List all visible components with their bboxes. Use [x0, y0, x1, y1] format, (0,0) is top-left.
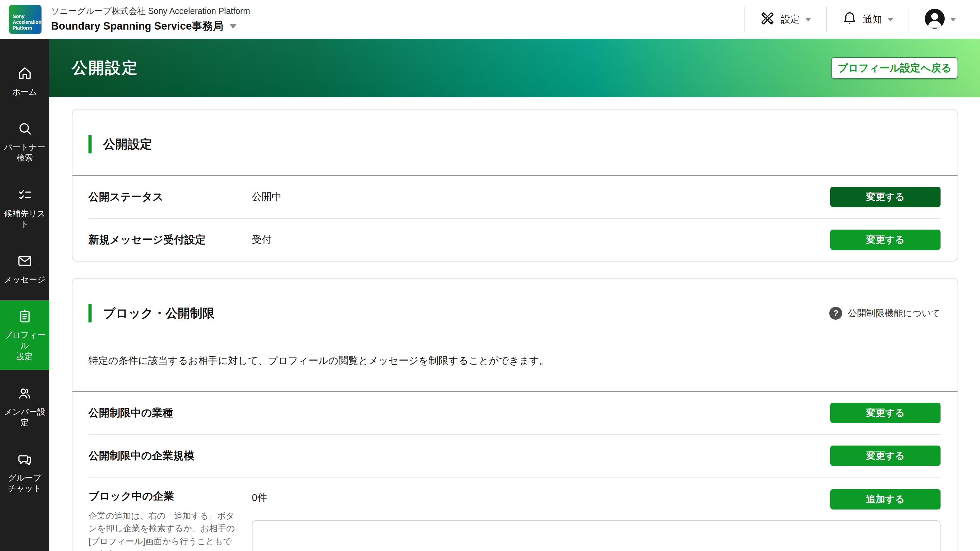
- blocked-companies-row: ブロック中の企業 企業の追加は、右の「追加する」ボタンを押し企業を検索するか、お…: [89, 477, 940, 551]
- sidebar-item-label: プロフィール 設定: [1, 330, 49, 362]
- chevron-down-icon: [950, 18, 956, 21]
- change-restricted-industries-button[interactable]: 変更する: [830, 403, 940, 423]
- account-menu[interactable]: [909, 8, 956, 31]
- sidebar-item-messages[interactable]: メッセージ: [0, 245, 49, 293]
- sidebar-item-member-settings[interactable]: メンバー設定: [0, 377, 49, 436]
- page-header: 公開設定 プロフィール設定へ戻る: [49, 39, 980, 97]
- top-bar: Sony Acceleration Platform ソニーグループ株式会社 S…: [0, 0, 980, 39]
- logo-text: Sony Acceleration Platform: [13, 14, 40, 31]
- sidebar-item-home[interactable]: ホーム: [0, 57, 49, 105]
- sidebar-item-label: メンバー設定: [1, 407, 49, 427]
- publication-status-row: 公開ステータス 公開中 変更する: [89, 176, 940, 218]
- question-icon: ?: [829, 307, 842, 320]
- sony-acceleration-platform-logo[interactable]: Sony Acceleration Platform: [9, 5, 41, 34]
- block-restriction-card: ブロック・公開制限 ? 公開制限機能について 特定の条件に該当するお相手に対して…: [72, 278, 958, 551]
- row-label: 新規メッセージ受付設定: [89, 233, 252, 247]
- sidebar-item-label: パートナー 検索: [4, 142, 46, 163]
- tools-icon: [759, 11, 775, 29]
- organization-name: ソニーグループ株式会社 Sony Acceleration Platform: [51, 5, 250, 17]
- card-description: 特定の条件に該当するお相手に対して、プロフィールの閲覧とメッセージを制限すること…: [73, 354, 958, 381]
- blocked-companies-count: 0件: [252, 489, 830, 505]
- notifications-menu[interactable]: 通知: [827, 11, 908, 29]
- chevron-down-icon: [229, 24, 237, 29]
- blocked-companies-empty-state: [252, 520, 940, 551]
- blocked-companies-summary: 0件 追加する: [252, 489, 940, 510]
- change-publication-status-button[interactable]: 変更する: [830, 187, 940, 207]
- settings-label: 設定: [781, 13, 800, 26]
- message-acceptance-row: 新規メッセージ受付設定 受付 変更する: [89, 218, 940, 261]
- notifications-label: 通知: [863, 13, 882, 26]
- chevron-down-icon: [888, 18, 894, 21]
- settings-menu[interactable]: 設定: [745, 11, 826, 29]
- chevron-down-icon: [805, 18, 811, 21]
- clipboard-icon: [17, 308, 33, 326]
- row-label: 公開ステータス: [89, 190, 252, 204]
- members-icon: [17, 385, 33, 402]
- card-header: ブロック・公開制限 ? 公開制限機能について: [73, 279, 958, 344]
- row-label: 公開制限中の企業規模: [89, 449, 252, 463]
- sidebar-item-profile-settings[interactable]: プロフィール 設定: [0, 300, 49, 370]
- organization-block: ソニーグループ株式会社 Sony Acceleration Platform B…: [51, 5, 250, 33]
- organization-unit-dropdown[interactable]: Boundary Spanning Service事務局: [51, 19, 250, 33]
- blocked-companies-note: 企業の追加は、右の「追加する」ボタンを押し企業を検索するか、お相手の[プロフィー…: [89, 510, 236, 551]
- avatar: [924, 8, 946, 31]
- help-link-label: 公開制限機能について: [848, 307, 940, 319]
- blocked-companies-left: ブロック中の企業 企業の追加は、右の「追加する」ボタンを押し企業を検索するか、お…: [89, 489, 252, 551]
- page-title: 公開設定: [72, 57, 138, 79]
- publication-settings-card: 公開設定 公開ステータス 公開中 変更する 新規メッセージ受付設定 受付 変更す…: [72, 109, 958, 262]
- change-message-acceptance-button[interactable]: 変更する: [830, 230, 940, 250]
- blocked-companies-right: 0件 追加する: [252, 489, 940, 551]
- sidebar-item-label: メッセージ: [4, 274, 45, 285]
- search-icon: [17, 121, 33, 138]
- sidebar-item-partner-search[interactable]: パートナー 検索: [0, 113, 49, 171]
- checklist-icon: [17, 187, 33, 204]
- sidebar-item-label: グループ チャット: [8, 472, 41, 494]
- top-bar-actions: 設定 通知: [744, 0, 956, 39]
- main-area: 公開設定 プロフィール設定へ戻る 公開設定 公開ステータス 公開中 変更する 新…: [49, 39, 980, 551]
- organization-unit-label: Boundary Spanning Service事務局: [51, 19, 223, 33]
- restricted-company-size-row: 公開制限中の企業規模 変更する: [89, 434, 940, 477]
- restriction-help-link[interactable]: ? 公開制限機能について: [829, 307, 940, 320]
- sidebar-item-label: 候補先リスト: [1, 208, 49, 229]
- back-to-profile-settings-button[interactable]: プロフィール設定へ戻る: [831, 57, 958, 79]
- home-icon: [17, 65, 33, 82]
- message-acceptance-value: 受付: [252, 233, 830, 246]
- row-label: 公開制限中の業種: [89, 406, 252, 420]
- card-title: 公開設定: [103, 136, 152, 153]
- page-content: 公開設定 公開ステータス 公開中 変更する 新規メッセージ受付設定 受付 変更す…: [49, 97, 980, 551]
- publication-status-value: 公開中: [252, 190, 830, 204]
- add-blocked-company-button[interactable]: 追加する: [830, 489, 940, 510]
- group-chat-icon: [17, 451, 33, 468]
- sidebar-item-candidate-list[interactable]: 候補先リスト: [0, 179, 49, 237]
- accent-bar: [89, 135, 92, 153]
- change-restricted-company-size-button[interactable]: 変更する: [830, 446, 940, 466]
- card-header: 公開設定: [73, 110, 958, 175]
- accent-bar: [89, 304, 92, 322]
- sidebar-item-label: ホーム: [12, 86, 37, 97]
- restricted-industries-row: 公開制限中の業種 変更する: [89, 392, 940, 434]
- mail-icon: [17, 253, 33, 270]
- sidebar-item-group-chat[interactable]: グループ チャット: [0, 443, 49, 502]
- sidebar-nav: ホーム パートナー 検索 候補先リスト: [0, 39, 49, 551]
- bell-icon: [842, 11, 858, 29]
- row-label: ブロック中の企業: [89, 489, 252, 503]
- card-title: ブロック・公開制限: [103, 305, 215, 322]
